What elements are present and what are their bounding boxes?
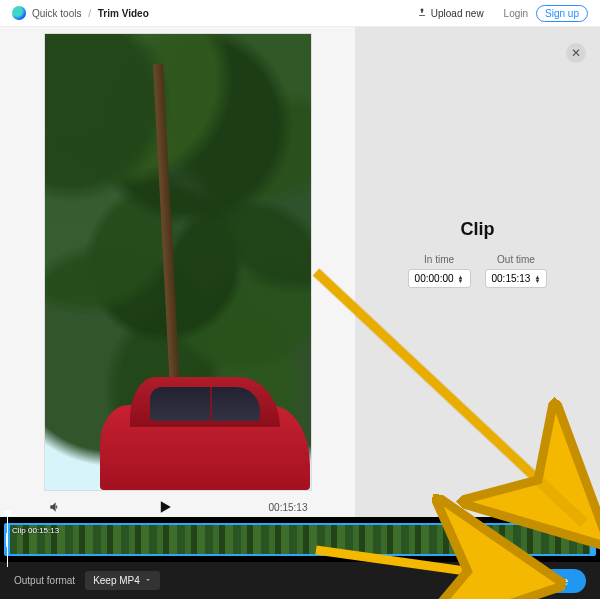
upload-new-button[interactable]: Upload new [417,7,484,19]
out-time-label: Out time [497,254,535,265]
in-time-value: 00:00:00 [415,273,454,284]
timeline[interactable]: Clip 00:15:13 [0,517,600,562]
upload-label: Upload new [431,8,484,19]
play-button[interactable] [155,497,175,517]
playhead[interactable] [7,513,8,567]
out-time-stepper[interactable]: ▲▼ [534,275,540,283]
volume-icon[interactable] [48,500,62,514]
close-button[interactable]: ✕ [566,43,586,63]
upload-icon [417,7,427,19]
output-format-value: Keep MP4 [93,575,140,586]
signup-button[interactable]: Sign up [536,5,588,22]
close-icon: ✕ [571,46,581,60]
out-time-value: 00:15:13 [492,273,531,284]
clip-panel: ✕ Clip In time 00:00:00 ▲▼ Out time 00:1… [355,27,600,517]
clip-strip[interactable] [7,523,593,556]
done-button[interactable]: Done [524,569,586,593]
player-controls: 00:15:13 [44,491,312,517]
breadcrumb-separator: / [88,8,91,19]
in-time-label: In time [424,254,454,265]
app-logo [12,6,26,20]
out-time-input[interactable]: 00:15:13 ▲▼ [485,269,548,288]
trim-handle-right[interactable] [590,523,596,556]
duration-label: 00:15:13 [269,502,308,513]
clip-label: Clip 00:15:13 [12,526,59,535]
output-format-label: Output format [14,575,75,586]
topbar: Quick tools / Trim Video Upload new Logi… [0,0,600,27]
preview-pane: 00:15:13 [0,27,355,517]
chevron-down-icon [144,575,152,586]
loop-toggle[interactable] [566,507,588,529]
bottom-bar: Output format Keep MP4 Done [0,562,600,599]
breadcrumb-root[interactable]: Quick tools [32,8,81,19]
in-time-stepper[interactable]: ▲▼ [458,275,464,283]
video-preview[interactable] [44,33,312,491]
breadcrumb-current: Trim Video [98,8,149,19]
clip-heading: Clip [461,219,495,240]
output-format-select[interactable]: Keep MP4 [85,571,160,590]
login-link[interactable]: Login [504,8,528,19]
breadcrumb: Quick tools / Trim Video [32,8,149,19]
in-time-input[interactable]: 00:00:00 ▲▼ [408,269,471,288]
loop-icon [571,509,583,527]
